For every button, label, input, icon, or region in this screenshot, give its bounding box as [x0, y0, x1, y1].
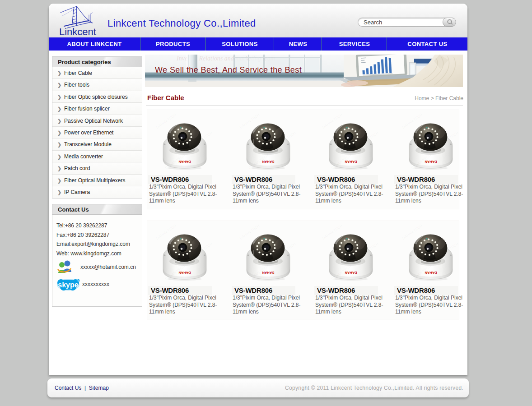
svg-text:Linkcent: Linkcent: [59, 26, 96, 37]
svg-text:We Sell the Best, And Service: We Sell the Best, And Service the Best: [155, 65, 302, 74]
svg-text:skype: skype: [58, 281, 78, 289]
